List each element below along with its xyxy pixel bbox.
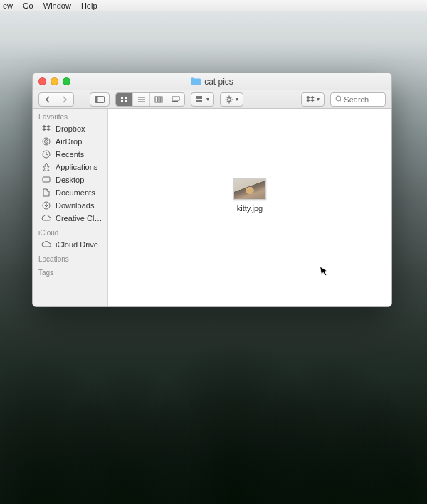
svg-rect-10 — [172, 101, 174, 102]
icon-view-button[interactable] — [116, 93, 133, 106]
sidebar-section-icloud: iCloud — [33, 225, 107, 238]
nav-buttons — [38, 92, 74, 107]
sidebar-item-creativecloud[interactable]: Creative Cl… — [33, 212, 107, 225]
search-field[interactable] — [330, 92, 386, 107]
svg-line-25 — [231, 97, 231, 97]
maximize-button[interactable] — [63, 77, 70, 85]
cloud-icon — [41, 241, 51, 248]
window-title: cat pics — [191, 77, 233, 87]
gallery-view-button[interactable] — [167, 93, 184, 106]
downloads-icon — [41, 201, 51, 210]
sidebar-item-dropbox[interactable]: Dropbox — [33, 122, 107, 135]
sidebar-item-airdrop[interactable]: AirDrop — [33, 135, 107, 148]
close-button[interactable] — [38, 77, 46, 85]
sidebar-item-label: Recents — [56, 150, 84, 159]
gear-icon — [225, 95, 233, 104]
applications-icon — [41, 163, 51, 171]
menu-window[interactable]: Window — [43, 1, 71, 10]
finder-window: cat pics ▾ — [32, 73, 392, 307]
mouse-cursor-icon — [319, 264, 330, 279]
svg-rect-2 — [121, 97, 123, 99]
svg-rect-9 — [172, 97, 179, 100]
sidebar-item-label: Applications — [56, 163, 97, 171]
menu-go[interactable]: Go — [23, 1, 33, 10]
sidebar-section-tags: Tags — [33, 264, 107, 278]
svg-rect-1 — [95, 96, 98, 102]
list-icon — [137, 96, 146, 103]
svg-point-30 — [46, 141, 47, 142]
svg-point-26 — [336, 96, 341, 101]
menu-help[interactable]: Help — [81, 1, 97, 10]
dropbox-icon — [306, 96, 315, 103]
sidebar-icon — [95, 96, 105, 103]
svg-rect-12 — [176, 101, 178, 102]
svg-rect-7 — [158, 97, 160, 102]
sidebar-item-documents[interactable]: Documents — [33, 186, 107, 199]
chevron-down-icon: ▾ — [317, 96, 320, 102]
dropbox-toolbar-button[interactable]: ▾ — [301, 92, 325, 107]
creativecloud-icon — [41, 215, 51, 222]
back-button[interactable] — [39, 93, 56, 106]
sidebar-item-label: AirDrop — [56, 137, 82, 146]
search-input[interactable] — [344, 95, 381, 104]
sidebar-section-locations: Locations — [33, 251, 107, 264]
forward-button[interactable] — [56, 93, 73, 106]
window-controls — [38, 77, 70, 85]
file-browser-content[interactable]: kitty.jpg — [108, 109, 391, 306]
sidebar-section-favorites: Favorites — [33, 109, 107, 122]
file-thumbnail — [233, 178, 266, 200]
system-menubar: ew Go Window Help — [0, 0, 427, 11]
svg-rect-13 — [196, 96, 199, 99]
svg-rect-5 — [125, 100, 127, 102]
svg-rect-4 — [121, 100, 123, 102]
sidebar-item-label: Documents — [56, 188, 95, 197]
svg-line-27 — [340, 100, 342, 102]
svg-line-22 — [226, 97, 227, 97]
arrange-icon — [196, 96, 204, 103]
folder-icon — [191, 77, 201, 85]
list-view-button[interactable] — [133, 93, 150, 106]
file-name-label: kitty.jpg — [225, 204, 275, 213]
sidebar-item-label: iCloud Drive — [56, 240, 98, 249]
gallery-icon — [172, 96, 180, 103]
sidebar-item-icloud-drive[interactable]: iCloud Drive — [33, 238, 107, 251]
grid-icon — [120, 96, 129, 103]
window-title-text: cat pics — [204, 77, 233, 87]
dropbox-icon — [41, 125, 51, 132]
action-button[interactable]: ▾ — [220, 92, 243, 107]
chevron-down-icon: ▾ — [206, 96, 209, 102]
sidebar-toggle-button[interactable] — [90, 92, 110, 107]
sidebar-item-label: Desktop — [56, 176, 84, 184]
file-item[interactable]: kitty.jpg — [225, 178, 275, 213]
sidebar-item-desktop[interactable]: Desktop — [33, 173, 107, 186]
sidebar: Favorites Dropbox AirDrop Recents Applic… — [33, 109, 108, 306]
sidebar-item-applications[interactable]: Applications — [33, 161, 107, 173]
documents-icon — [41, 188, 51, 197]
minimize-button[interactable] — [51, 77, 58, 85]
arrange-button[interactable]: ▾ — [191, 92, 214, 107]
search-icon — [335, 95, 342, 103]
svg-point-17 — [228, 97, 231, 101]
svg-rect-8 — [161, 97, 162, 102]
airdrop-icon — [41, 137, 51, 146]
sidebar-item-downloads[interactable]: Downloads — [33, 199, 107, 212]
svg-rect-14 — [199, 96, 202, 99]
svg-line-24 — [226, 101, 227, 102]
sidebar-item-label: Creative Cl… — [56, 214, 102, 222]
menu-ew[interactable]: ew — [3, 1, 13, 10]
columns-icon — [154, 96, 163, 103]
sidebar-item-recents[interactable]: Recents — [33, 148, 107, 161]
desktop-icon — [41, 176, 51, 183]
svg-rect-16 — [199, 100, 202, 102]
window-titlebar[interactable]: cat pics — [33, 73, 391, 90]
svg-line-23 — [231, 101, 231, 102]
svg-rect-3 — [125, 97, 127, 99]
svg-rect-11 — [174, 101, 176, 102]
svg-rect-15 — [196, 100, 199, 102]
toolbar: ▾ ▾ ▾ — [33, 90, 391, 109]
svg-rect-32 — [43, 177, 50, 182]
svg-rect-6 — [155, 97, 157, 102]
column-view-button[interactable] — [150, 93, 167, 106]
sidebar-item-label: Dropbox — [56, 124, 85, 133]
chevron-down-icon: ▾ — [236, 96, 238, 102]
